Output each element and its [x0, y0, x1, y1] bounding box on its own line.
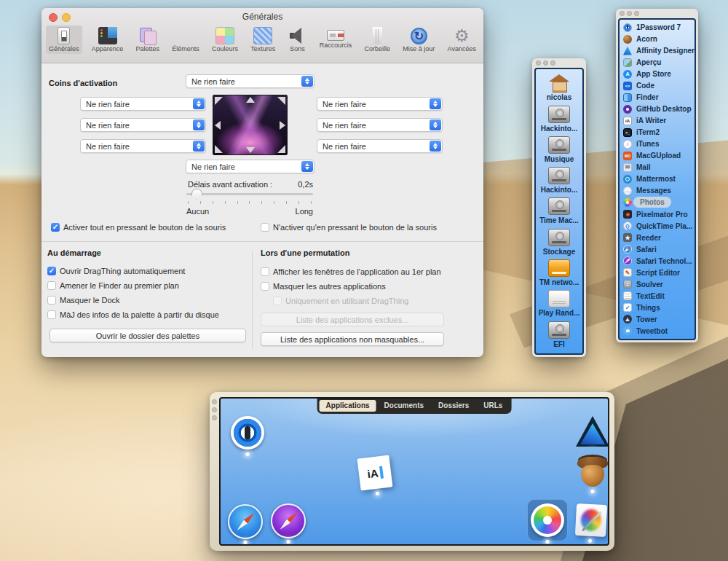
corner-popup-right-2[interactable]: Ne rien faire	[317, 139, 443, 153]
checkbox-icon[interactable]	[261, 267, 269, 276]
window-header[interactable]: Générales GénéralesApparencePalettesÉlém…	[41, 8, 483, 63]
window-dot-icon[interactable]	[620, 11, 625, 16]
palette-item-nicolas[interactable]: nicolas	[547, 74, 571, 101]
checkbox-activer-tout-en-pressant-le-bouton-de-la-souris[interactable]: Activer tout en pressant le bouton de la…	[51, 222, 261, 232]
app-list-item-soulver[interactable]: Soulver	[620, 279, 695, 290]
acorn-icon[interactable]	[577, 453, 609, 487]
corner-popup-top[interactable]: Ne rien faire	[186, 74, 314, 88]
app-list-item-photos[interactable]: Photos	[620, 197, 695, 208]
palette-item-tm-netwo[interactable]: TM netwo...	[539, 259, 579, 286]
safari-icon[interactable]	[228, 504, 263, 539]
app-list-item-messages[interactable]: Messages	[620, 185, 695, 196]
tab-applications[interactable]: Applications	[320, 400, 376, 412]
app-list-item-mattermost[interactable]: Mattermost	[620, 173, 695, 184]
app-list-item-script-editor[interactable]: Script Editor	[620, 267, 695, 278]
corner-popup-left-2[interactable]: Ne rien faire	[80, 139, 206, 153]
checkbox-icon[interactable]	[261, 282, 269, 291]
palette-item-efi[interactable]: EFI	[548, 321, 570, 348]
iawriter-icon[interactable]	[357, 455, 392, 490]
onepassword-icon[interactable]	[231, 416, 264, 450]
checkbox-icon[interactable]	[261, 223, 269, 232]
app-list-item-code[interactable]: Code	[620, 80, 695, 91]
toolbar-item-palettes[interactable]: Palettes	[133, 26, 163, 54]
window-controls[interactable]	[212, 399, 217, 420]
checkbox-amener-le-finder-au-premier-plan[interactable]: Amener le Finder au premier plan	[47, 280, 248, 290]
app-list-item-mail[interactable]: Mail	[620, 162, 695, 173]
palette-item-stockage[interactable]: Stockage	[543, 229, 575, 256]
checkbox-uniquement-en-utilisant-dragthing[interactable]: Uniquement en utilisant DragThing	[273, 296, 444, 305]
toolbar-item-generales[interactable]: Générales	[46, 26, 82, 54]
corner-popup-left-0[interactable]: Ne rien faire	[80, 97, 206, 111]
toolbar-item-elements[interactable]: Éléments	[169, 26, 202, 54]
app-list-item-quicktime-pla[interactable]: QuickTime Pla...	[620, 221, 695, 232]
app-list-item-safari[interactable]: Safari	[620, 244, 695, 255]
app-list-item-things[interactable]: Things	[620, 302, 695, 313]
checkbox-afficher-les-fen-tres-de-l-application-au-1er-plan[interactable]: Afficher les fenêtres de l'application a…	[261, 267, 444, 276]
window-dot-icon[interactable]	[550, 60, 555, 66]
tab-urls[interactable]: URLs	[477, 400, 509, 412]
checkbox-m-j-des-infos-de-la-palette-partir-du-disque[interactable]: MàJ des infos de la palette à partir du …	[47, 310, 248, 319]
close-button[interactable]	[49, 13, 58, 22]
window-dot-icon[interactable]	[627, 11, 632, 16]
checkbox-icon[interactable]	[51, 223, 60, 232]
toolbar-item-couleurs[interactable]: Couleurs	[209, 26, 241, 54]
corner-popup-right-1[interactable]: Ne rien faire	[317, 118, 443, 132]
checkbox-masquer-les-autres-applications[interactable]: Masquer les autres applications	[261, 281, 444, 291]
palette-item-hackinto[interactable]: Hackinto...	[541, 106, 578, 133]
app-list-item-itunes[interactable]: iTunes	[620, 138, 695, 149]
app-list-item-pixelmator-pro[interactable]: Pixelmator Pro	[620, 209, 695, 220]
app-list-item-tower[interactable]: Tower	[620, 314, 695, 325]
palette-item-time-mac[interactable]: Time Mac...	[539, 197, 579, 224]
app-list-item-aper-u[interactable]: Aperçu	[620, 57, 695, 68]
window-dot-icon[interactable]	[536, 60, 541, 66]
checkbox-ouvrir-dragthing-automatiquement[interactable]: Ouvrir DragThing automatiquement	[47, 266, 248, 275]
palette-item-play-rand[interactable]: Play Rand...	[539, 290, 580, 317]
checkbox-icon[interactable]	[47, 281, 56, 290]
checkbox-n-activer-qu-en-pressant-le-bouton-de-la-souris[interactable]: N'activer qu'en pressant le bouton de la…	[261, 222, 437, 232]
checkbox-icon[interactable]	[47, 310, 56, 319]
open-palettes-folder-button[interactable]: Ouvrir le dossier des palettes	[50, 329, 246, 342]
app-list-item-macgupload[interactable]: MacGUpload	[620, 150, 695, 161]
slider-thumb[interactable]	[191, 189, 202, 200]
delay-slider[interactable]: Aucun Long	[186, 192, 313, 216]
window-controls[interactable]	[620, 11, 639, 16]
tab-dossiers[interactable]: Dossiers	[432, 400, 475, 412]
window-dot-icon[interactable]	[212, 399, 217, 404]
window-dot-icon[interactable]	[634, 11, 639, 16]
minimize-button[interactable]	[62, 13, 71, 22]
window-dot-icon[interactable]	[212, 407, 217, 412]
app-list-item-iterm2[interactable]: iTerm2	[620, 127, 695, 138]
corner-popup-right-0[interactable]: Ne rien faire	[317, 97, 443, 111]
checkbox-icon[interactable]	[47, 267, 56, 275]
checkbox-icon[interactable]	[47, 296, 56, 305]
toolbar-item-textures[interactable]: Textures	[248, 26, 278, 54]
app-list-item-ia-writer[interactable]: iA Writer	[620, 115, 695, 126]
app-list-item-textedit[interactable]: TextEdit	[620, 291, 695, 302]
pixelmator-icon[interactable]	[575, 503, 607, 537]
safaritp-icon[interactable]	[271, 503, 306, 538]
app-list-item-acorn[interactable]: Acorn	[620, 34, 695, 44]
checkbox-icon[interactable]	[273, 297, 282, 305]
toolbar-item-apparence[interactable]: Apparence	[89, 26, 127, 54]
window-dot-icon[interactable]	[212, 415, 217, 420]
app-list-item-tweetbot[interactable]: Tweetbot	[620, 326, 695, 337]
toolbar-item-raccourcis[interactable]: Raccourcis	[317, 26, 355, 50]
app-list-item-reeder[interactable]: Reeder	[620, 232, 695, 243]
corner-popup-left-1[interactable]: Ne rien faire	[80, 118, 206, 132]
toolbar-item-mise-a-jour[interactable]: Mise à jour	[400, 26, 438, 54]
window-dot-icon[interactable]	[543, 60, 548, 66]
toolbar-item-avancees[interactable]: Avancées	[445, 26, 479, 54]
palette-item-hackinto[interactable]: Hackinto...	[541, 167, 578, 194]
app-list-item-1password-7[interactable]: 1Password 7	[620, 22, 695, 33]
app-list-item-safari-technol[interactable]: Safari Technol...	[620, 256, 695, 267]
checkbox-masquer-le-dock[interactable]: Masquer le Dock	[47, 295, 248, 305]
toolbar-item-sons[interactable]: Sons	[285, 26, 310, 54]
toolbar-item-corbeille[interactable]: Corbeille	[362, 26, 394, 54]
app-list-item-app-store[interactable]: App Store	[620, 68, 695, 79]
window-controls[interactable]	[536, 60, 555, 66]
palette-item-musique[interactable]: Musique	[545, 136, 574, 163]
app-list-item-finder[interactable]: Finder	[620, 92, 695, 103]
photos-icon[interactable]	[531, 503, 564, 537]
app-list-item-affinity-designer[interactable]: Affinity Designer	[620, 45, 695, 56]
app-list-item-github-desktop[interactable]: GitHub Desktop	[620, 103, 695, 114]
